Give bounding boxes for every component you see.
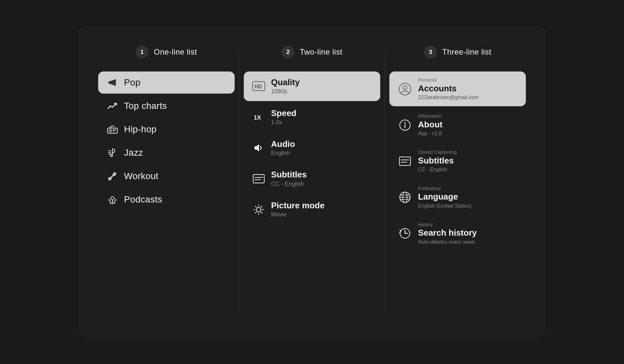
svg-point-16 bbox=[111, 197, 114, 200]
svg-marker-21 bbox=[254, 144, 259, 151]
subtitles-3-secondary: CC - English bbox=[418, 166, 457, 173]
svg-line-31 bbox=[261, 212, 262, 213]
list-item-jazz[interactable]: Jazz bbox=[98, 142, 235, 164]
column-3-number: 3 bbox=[424, 46, 437, 58]
globe-icon bbox=[398, 191, 411, 204]
list-item-pop[interactable]: Pop bbox=[98, 72, 235, 94]
column-2-title: Two-line list bbox=[300, 47, 343, 57]
subtitles-secondary: CC - English bbox=[271, 181, 307, 188]
list-item-subtitles[interactable]: Subtitles CC - English bbox=[244, 164, 380, 193]
about-secondary: App - v1.8 bbox=[418, 130, 442, 136]
column-twoline: 2 Two-line list HD Quality 1080p 1X bbox=[244, 46, 380, 226]
search-history-secondary: Auto-deletes every week bbox=[418, 239, 477, 245]
svg-rect-39 bbox=[399, 157, 410, 165]
pop-label: Pop bbox=[124, 77, 141, 88]
about-primary: About bbox=[418, 120, 442, 130]
music-filter-icon bbox=[107, 148, 118, 158]
cc-icon bbox=[398, 155, 411, 168]
svg-point-35 bbox=[403, 86, 407, 90]
list-item-about[interactable]: Information About App - v1.8 bbox=[389, 108, 526, 142]
main-container: 1 One-line list Pop bbox=[78, 26, 546, 338]
person-icon bbox=[398, 83, 411, 96]
search-history-overline: History bbox=[418, 222, 477, 228]
accounts-secondary: 222larabrown@gmail.com bbox=[418, 94, 478, 100]
trending-up-icon bbox=[107, 101, 118, 111]
svg-line-32 bbox=[261, 206, 262, 207]
language-text: Preference Language English (United Stat… bbox=[418, 186, 471, 209]
svg-line-33 bbox=[255, 212, 256, 213]
list-item-workout[interactable]: Workout bbox=[98, 165, 235, 187]
subtitles-primary: Subtitles bbox=[271, 170, 307, 180]
language-overline: Preference bbox=[418, 186, 471, 191]
radio-icon bbox=[107, 124, 118, 135]
column-2-header: 2 Two-line list bbox=[281, 46, 343, 58]
subtitles-icon bbox=[253, 173, 265, 185]
svg-point-37 bbox=[404, 122, 406, 124]
picture-mode-primary: Picture mode bbox=[271, 201, 325, 211]
list-item-speed[interactable]: 1X Speed 1.0x bbox=[244, 102, 380, 132]
divider-2 bbox=[384, 52, 385, 312]
svg-text:1X: 1X bbox=[254, 114, 261, 121]
language-secondary: English (United States) bbox=[418, 203, 471, 209]
speed-text: Speed 1.0x bbox=[271, 108, 296, 126]
search-history-text: History Search history Auto-deletes ever… bbox=[418, 222, 477, 245]
picture-mode-text: Picture mode Movie bbox=[271, 201, 325, 218]
svg-point-3 bbox=[110, 130, 111, 131]
accounts-text: Personal Accounts 222larabrown@gmail.com bbox=[418, 77, 478, 100]
about-overline: Information bbox=[418, 113, 442, 119]
accounts-overline: Personal bbox=[418, 77, 478, 83]
column-threeline: 3 Three-line list Personal Accounts 222l… bbox=[389, 46, 526, 252]
hd-icon: HD bbox=[253, 80, 265, 92]
column-2-number: 2 bbox=[281, 46, 294, 58]
svg-rect-22 bbox=[253, 175, 264, 183]
jazz-label: Jazz bbox=[124, 148, 143, 158]
svg-line-30 bbox=[255, 206, 256, 207]
divider-1 bbox=[239, 52, 240, 312]
column-1-title: One-line list bbox=[154, 47, 197, 57]
subtitles-3-overline: Closed Captioning bbox=[418, 150, 457, 155]
picture-mode-icon bbox=[253, 204, 265, 215]
subtitles-text: Subtitles CC - English bbox=[271, 170, 307, 188]
list-item-top-charts[interactable]: Top charts bbox=[98, 95, 235, 117]
list-item-audio[interactable]: Audio English bbox=[244, 133, 380, 163]
list-item-quality[interactable]: HD Quality 1080p bbox=[244, 72, 380, 101]
megaphone-icon bbox=[107, 77, 118, 88]
list-item-accounts[interactable]: Personal Accounts 222larabrown@gmail.com bbox=[389, 72, 526, 106]
search-history-primary: Search history bbox=[418, 228, 477, 238]
list-item-picture-mode[interactable]: Picture mode Movie bbox=[244, 195, 380, 224]
column-1-number: 1 bbox=[136, 46, 149, 58]
podcasts-icon bbox=[107, 194, 118, 205]
list-item-hip-hop[interactable]: Hip-hop bbox=[98, 118, 235, 140]
column-3-title: Three-line list bbox=[442, 47, 491, 57]
1x-icon: 1X bbox=[253, 111, 265, 123]
audio-secondary: English bbox=[271, 150, 295, 157]
svg-point-25 bbox=[256, 207, 261, 212]
hip-hop-label: Hip-hop bbox=[124, 124, 157, 135]
audio-text: Audio English bbox=[271, 139, 295, 157]
svg-point-8 bbox=[110, 155, 112, 157]
audio-primary: Audio bbox=[271, 139, 295, 149]
tools-icon bbox=[107, 171, 118, 181]
picture-mode-secondary: Movie bbox=[271, 211, 325, 218]
speed-secondary: 1.0x bbox=[271, 119, 296, 126]
history-icon bbox=[398, 227, 411, 240]
about-text: Information About App - v1.8 bbox=[418, 113, 442, 136]
speed-primary: Speed bbox=[271, 108, 296, 118]
top-charts-label: Top charts bbox=[124, 101, 167, 111]
list-item-subtitles-3[interactable]: Closed Captioning Subtitles CC - English bbox=[389, 144, 526, 178]
svg-rect-5 bbox=[113, 131, 115, 131]
subtitles-3-primary: Subtitles bbox=[418, 156, 457, 166]
quality-secondary: 1080p bbox=[271, 88, 300, 95]
column-oneline: 1 One-line list Pop bbox=[98, 46, 235, 212]
language-primary: Language bbox=[418, 192, 471, 202]
podcasts-label: Podcasts bbox=[124, 194, 162, 205]
quality-primary: Quality bbox=[271, 77, 300, 87]
list-item-podcasts[interactable]: Podcasts bbox=[98, 188, 235, 211]
workout-label: Workout bbox=[124, 171, 159, 181]
list-item-language[interactable]: Preference Language English (United Stat… bbox=[389, 180, 526, 215]
column-3-header: 3 Three-line list bbox=[424, 46, 491, 58]
accounts-primary: Accounts bbox=[418, 84, 478, 94]
list-item-search-history[interactable]: History Search history Auto-deletes ever… bbox=[389, 216, 526, 251]
column-1-header: 1 One-line list bbox=[136, 46, 197, 58]
quality-text: Quality 1080p bbox=[271, 77, 300, 95]
